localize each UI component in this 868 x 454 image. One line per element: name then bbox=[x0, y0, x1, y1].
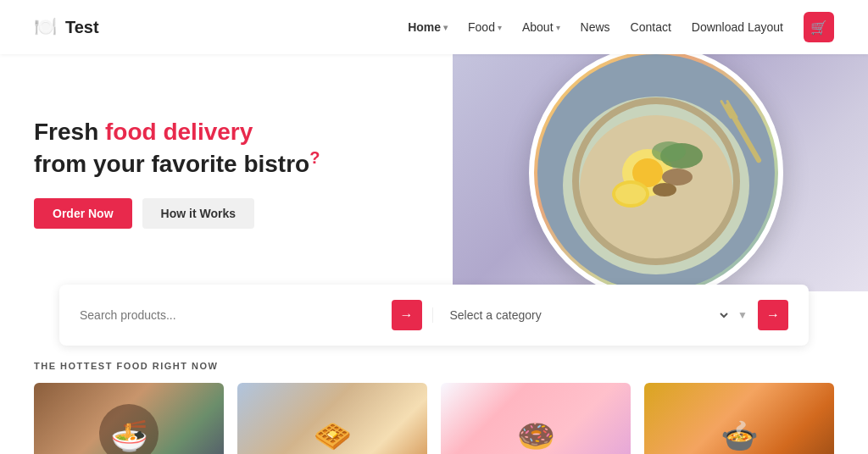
product-image: 🧇 bbox=[237, 383, 427, 454]
search-button[interactable]: → bbox=[392, 300, 422, 330]
logo-text: Test bbox=[65, 18, 99, 37]
chevron-down-icon: ▼ bbox=[737, 309, 748, 321]
chevron-down-icon: ▾ bbox=[443, 23, 448, 32]
products-grid: 🍜 Maze-Men $13.50 🧇 Belgian Waffles $12.… bbox=[34, 383, 834, 454]
cart-button[interactable]: 🛒 bbox=[804, 12, 834, 42]
nav-food[interactable]: Food ▾ bbox=[468, 20, 502, 34]
product-card[interactable]: 🧇 Belgian Waffles $12.00 bbox=[237, 383, 427, 454]
svg-text:🍲: 🍲 bbox=[721, 418, 759, 454]
svg-point-9 bbox=[653, 183, 676, 197]
nav-contact[interactable]: Contact bbox=[631, 20, 671, 34]
product-card[interactable]: 🍲 Hokkaido $10.00 bbox=[644, 383, 834, 454]
category-search-button[interactable]: → bbox=[758, 300, 788, 330]
product-image: 🍩 bbox=[441, 383, 631, 454]
logo[interactable]: 🍽️ Test bbox=[34, 16, 99, 38]
how-it-works-button[interactable]: How it Works bbox=[142, 198, 254, 229]
svg-point-11 bbox=[615, 184, 646, 204]
product-image: 🍲 bbox=[644, 383, 834, 454]
svg-point-8 bbox=[662, 169, 693, 185]
nav-home[interactable]: Home ▾ bbox=[408, 20, 448, 34]
hero-section: Fresh food delivery from your favorite b… bbox=[0, 54, 868, 291]
search-bar: → Select a category ▼ → bbox=[59, 285, 809, 346]
hero-food-image bbox=[529, 54, 817, 291]
product-card[interactable]: 🍜 Maze-Men $13.50 bbox=[34, 383, 224, 454]
nav-links: Home ▾ Food ▾ About ▾ News Contact Downl… bbox=[408, 12, 834, 42]
product-card[interactable]: 🍩 Doughnuts $3.00 bbox=[441, 383, 631, 454]
category-select-wrap: Select a category ▼ bbox=[432, 307, 748, 323]
svg-text:🧇: 🧇 bbox=[314, 418, 352, 454]
product-image: 🍜 bbox=[34, 383, 224, 454]
chevron-down-icon: ▾ bbox=[556, 23, 560, 32]
svg-point-7 bbox=[652, 141, 686, 162]
order-now-button[interactable]: Order Now bbox=[34, 198, 132, 229]
products-section: THE HOTTEST FOOD RIGHT NOW 🍜 Maze-Men $1… bbox=[0, 346, 868, 454]
nav-download[interactable]: Download Layout bbox=[692, 20, 783, 34]
navbar: 🍽️ Test Home ▾ Food ▾ About ▾ News Conta… bbox=[0, 0, 868, 54]
section-title: THE HOTTEST FOOD RIGHT NOW bbox=[34, 361, 834, 371]
chevron-down-icon: ▾ bbox=[498, 23, 502, 32]
food-plate-image bbox=[529, 54, 783, 291]
category-select[interactable]: Select a category bbox=[447, 307, 732, 323]
logo-icon: 🍽️ bbox=[34, 16, 57, 38]
search-input[interactable] bbox=[80, 308, 381, 322]
nav-news[interactable]: News bbox=[581, 20, 610, 34]
search-input-wrap bbox=[80, 308, 381, 322]
svg-text:🍜: 🍜 bbox=[110, 418, 148, 454]
svg-text:🍩: 🍩 bbox=[517, 418, 555, 454]
nav-about[interactable]: About ▾ bbox=[522, 20, 560, 34]
